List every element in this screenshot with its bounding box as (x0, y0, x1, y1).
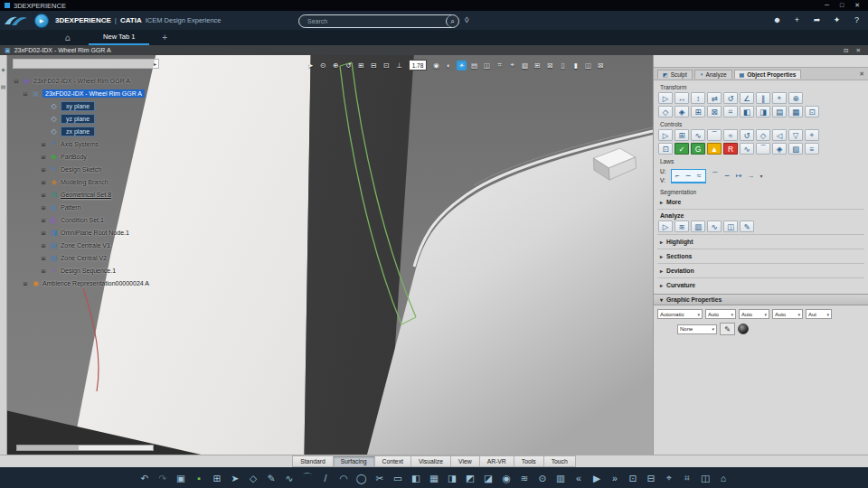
tree-item[interactable]: ⊟◆23xFD02-IDX - Wheel Rim GGR A (9, 74, 163, 87)
section-more[interactable]: ▸ More (654, 197, 868, 207)
minimize-button[interactable]: ─ (825, 2, 829, 9)
arc-law-icon[interactable]: ⌒ (711, 171, 721, 181)
monitor-2-icon[interactable]: ▮ (571, 61, 580, 70)
camera-icon[interactable]: ⊙ (535, 470, 551, 485)
skip-end-icon[interactable]: » (608, 470, 623, 485)
graphic-select-5[interactable]: Aut ▾ (806, 309, 832, 319)
tab-analyze[interactable]: ◑ Analyze (694, 70, 732, 79)
curvature-comb-icon[interactable]: ≋ (675, 221, 689, 232)
clipboard-icon[interactable]: ▣ (174, 470, 189, 485)
help-icon[interactable]: ? (851, 14, 863, 26)
twist-icon[interactable]: ↺ (740, 129, 754, 141)
half-right-icon[interactable]: ◨ (756, 106, 770, 117)
view-tab-view[interactable]: View (450, 455, 479, 467)
expand-plus-icon[interactable]: ⊞ (40, 204, 47, 211)
hatch-tool-icon[interactable]: ▧ (788, 143, 803, 155)
section-curvature[interactable]: ▸ Curvature (654, 280, 868, 290)
tree-item[interactable]: ◇yz plane (9, 112, 163, 125)
snap-icon[interactable]: ⌖ (507, 61, 517, 70)
favorites-icon[interactable]: ✦ (831, 14, 843, 26)
mesh-icon[interactable]: ▦ (788, 106, 803, 117)
plane-tool-icon[interactable]: ◇ (246, 470, 261, 485)
tile-windows-icon[interactable]: ◫ (583, 61, 593, 70)
view-tab-surfacing[interactable]: Surfacing (333, 455, 374, 467)
swap-icon[interactable]: ⇄ (707, 92, 722, 104)
hash-transform-icon[interactable]: ⌗ (723, 106, 738, 117)
expand-plus-icon[interactable]: ⊞ (40, 192, 47, 198)
tree-toggle-icon[interactable]: ▸ (154, 61, 156, 67)
doc-restore-button[interactable]: ⊡ (844, 47, 848, 54)
expand-plus-icon[interactable]: ⊞ (40, 230, 47, 236)
angle-icon[interactable]: ∠ (740, 92, 754, 104)
g-continuity-icon[interactable]: G (691, 143, 705, 155)
view-tab-ar-vr[interactable]: AR-VR (479, 455, 514, 467)
control-pointer-icon[interactable]: ▷ (658, 129, 673, 141)
scale-value[interactable]: 1.78 (409, 60, 427, 70)
rotate-view-icon[interactable]: ↺ (344, 61, 354, 70)
tag-icon[interactable]: ◊ (465, 15, 468, 24)
section-sections[interactable]: ▸ Sections (654, 251, 868, 261)
grid-icon[interactable]: ⌗ (495, 61, 505, 70)
doc-close-button[interactable]: ✕ (856, 47, 861, 54)
frame-icon[interactable]: ⊡ (805, 106, 819, 117)
mesh-toggle-icon[interactable]: ⊡ (658, 143, 673, 155)
maximize-button[interactable]: □ (840, 2, 844, 9)
close-button[interactable]: ✕ (854, 2, 860, 9)
view-tab-tools[interactable]: Tools (514, 455, 543, 467)
expand-plus-icon[interactable]: ⊞ (40, 255, 47, 261)
layers-icon[interactable]: ▧ (520, 61, 530, 70)
tree-item[interactable]: ⊞≡Design Sequence.1 (9, 264, 163, 277)
curve-tool-icon[interactable]: ∿ (282, 470, 297, 485)
material-sphere-icon[interactable] (738, 324, 749, 334)
capture-icon[interactable]: ⊠ (545, 61, 555, 70)
wave-analysis-icon[interactable]: ∿ (707, 221, 722, 232)
expand-plus-icon[interactable]: ⊞ (40, 166, 47, 173)
tree-item[interactable]: ⊞◆PartBody (9, 150, 163, 163)
compare-icon[interactable]: ◫ (698, 470, 713, 485)
tree-item[interactable]: ⊞✎Design Sketch (9, 163, 163, 175)
rotate-icon[interactable]: ↺ (723, 92, 738, 104)
grid-display-icon[interactable]: ⌗ (680, 470, 695, 485)
patch-tool-icon[interactable]: ▭ (391, 470, 406, 485)
expand-plus-icon[interactable]: ⊞ (22, 280, 29, 286)
tree-item[interactable]: ⊟▣23xFD02-IDX - Wheel Rim GGR A (9, 87, 163, 99)
zoom-in-icon[interactable]: ⊞ (356, 61, 366, 70)
mesh-tool-icon[interactable]: ≋ (517, 470, 533, 485)
attach-icon[interactable]: ⊕ (788, 92, 803, 104)
zoom-out-icon[interactable]: ⊟ (369, 61, 379, 70)
tree-item[interactable]: ⊞◉Ambience Representation00000024 A (9, 277, 163, 289)
compass-icon[interactable]: ▶ (34, 14, 49, 28)
zebra-icon[interactable]: ▥ (691, 221, 705, 232)
3ds-logo-icon[interactable] (3, 14, 30, 28)
redo-icon[interactable]: ↷ (156, 470, 171, 485)
add-content-icon[interactable]: + (791, 14, 803, 26)
search-icon[interactable]: ⌕ (446, 15, 458, 27)
view-tab-context[interactable]: Context (374, 455, 410, 467)
share-icon[interactable]: ➦ (811, 14, 823, 26)
tab-sculpt[interactable]: ◩ Sculpt (657, 70, 693, 79)
home-tab-icon[interactable]: ⌂ (65, 33, 71, 42)
tree-item[interactable]: ⊞◈Modeling Branch (9, 175, 163, 188)
sketch-tool-icon[interactable]: ✎ (264, 470, 279, 485)
pencil-icon[interactable]: ✎ (720, 323, 735, 335)
circle-tool-icon[interactable]: ◯ (354, 470, 370, 485)
arc-tool-icon[interactable]: ⌒ (756, 143, 770, 155)
expand-plus-icon[interactable]: ⊞ (40, 242, 47, 249)
expand-plus-icon[interactable]: ⊞ (40, 179, 47, 185)
sphere-tool-icon[interactable]: ◉ (499, 470, 514, 485)
normal-view-icon[interactable]: ⊥ (394, 61, 404, 70)
smooth-icon[interactable]: ≈ (723, 129, 738, 141)
look-at-icon[interactable]: ◉ (431, 61, 441, 70)
bend-down-icon[interactable]: ▽ (788, 129, 803, 141)
fit-all-icon[interactable]: ⊡ (382, 61, 392, 70)
inverse-law-icon[interactable]: ∽ (722, 171, 732, 181)
snap-grid-icon[interactable]: ⊞ (210, 470, 225, 485)
graphic-select-3[interactable]: Auto ▾ (739, 309, 769, 319)
new-tab-button[interactable]: + (162, 33, 167, 42)
map-law-icon[interactable]: ↦ (734, 171, 744, 181)
tree-item[interactable]: ⊞◧Condition Set.1 (9, 213, 163, 226)
tree-item[interactable]: ⊞▦Pattern (9, 201, 163, 213)
expand-plus-icon[interactable]: ⊞ (40, 141, 47, 147)
collapse-minus-icon[interactable]: ⊟ (13, 78, 20, 84)
tree-item[interactable]: ◇zx plane (9, 125, 163, 137)
